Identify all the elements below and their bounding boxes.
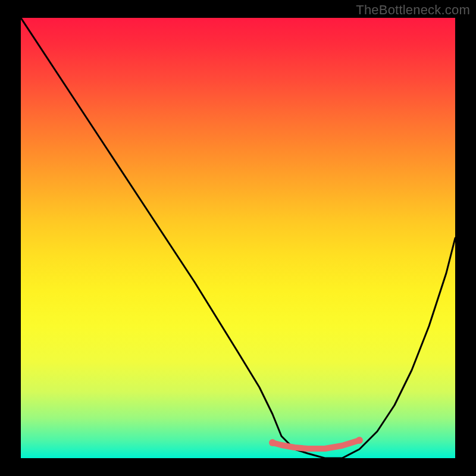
chart-frame: TheBottleneck.com (0, 0, 476, 476)
bottleneck-curve-line (21, 18, 455, 458)
chart-svg (21, 18, 455, 458)
optimal-band-marker (273, 440, 359, 449)
marker-dot-start (269, 439, 276, 446)
watermark-text: TheBottleneck.com (356, 2, 470, 18)
marker-dot-end (356, 437, 363, 444)
plot-area (21, 18, 455, 458)
